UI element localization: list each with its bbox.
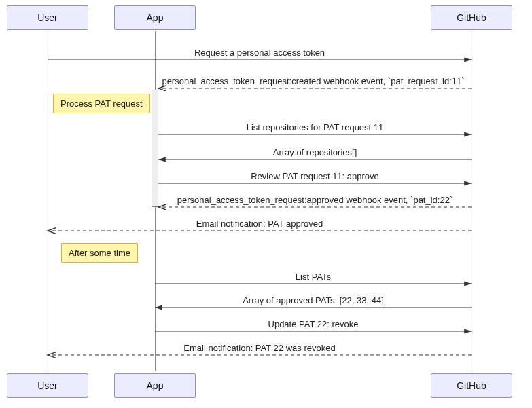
lifeline-github	[472, 31, 472, 371]
msg-email-revoked: Email notification: PAT 22 was revoked	[48, 343, 472, 353]
participant-github-bottom: GitHub	[431, 373, 512, 398]
lifeline-user	[48, 31, 48, 371]
msg-review-approve: Review PAT request 11: approve	[158, 171, 472, 181]
note-after-time: After some time	[61, 243, 138, 263]
msg-list-repos: List repositories for PAT request 11	[158, 122, 472, 132]
msg-webhook-created: personal_access_token_request:created we…	[155, 76, 472, 86]
participant-app-top: App	[114, 5, 196, 30]
participant-app-bottom: App	[114, 373, 196, 398]
participant-github-top: GitHub	[431, 5, 512, 30]
note-process-pat: Process PAT request	[53, 94, 150, 113]
sequence-diagram: User App GitHub User App GitHub Process …	[0, 0, 532, 408]
msg-array-pats: Array of approved PATs: [22, 33, 44]	[155, 295, 472, 305]
msg-email-approved: Email notification: PAT approved	[48, 219, 472, 229]
activation-app	[152, 90, 158, 207]
msg-list-pats: List PATs	[155, 272, 472, 282]
participant-user-bottom: User	[7, 373, 88, 398]
msg-update-revoke: Update PAT 22: revoke	[155, 319, 472, 329]
msg-webhook-approved: personal_access_token_request:approved w…	[158, 195, 472, 205]
msg-request-token: Request a personal access token	[48, 48, 472, 58]
participant-user-top: User	[7, 5, 88, 30]
msg-array-repos: Array of repositories[]	[158, 147, 472, 157]
